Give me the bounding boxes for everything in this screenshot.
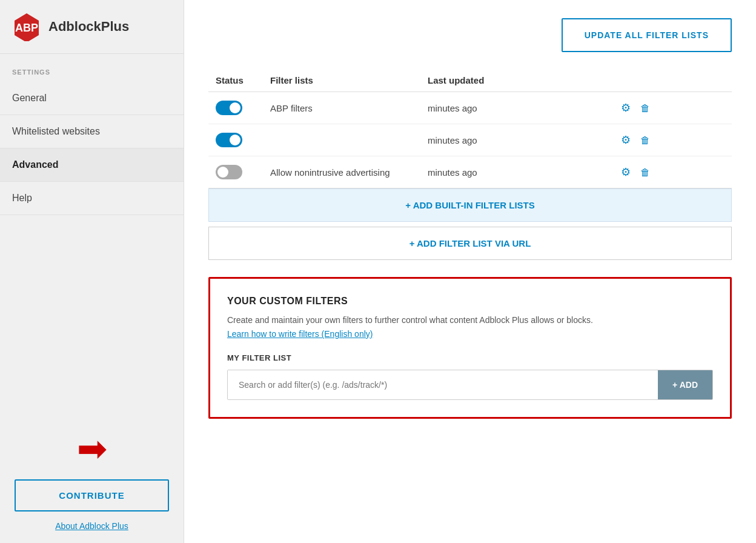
trash-icon-1[interactable] bbox=[640, 102, 650, 115]
col-header-actions bbox=[614, 69, 732, 92]
col-header-last-updated: Last updated bbox=[420, 69, 614, 92]
last-updated-cell-1: minutes ago bbox=[420, 92, 614, 124]
action-icons-2 bbox=[621, 133, 724, 147]
table-row: minutes ago bbox=[208, 124, 732, 156]
toggle-slider-3 bbox=[216, 165, 242, 179]
sidebar-item-help[interactable]: Help bbox=[0, 182, 184, 215]
gear-icon-1[interactable] bbox=[621, 101, 631, 115]
main-content: UPDATE ALL FILTER LISTS Status Filter li… bbox=[184, 0, 756, 543]
table-row: Allow nonintrusive advertising minutes a… bbox=[208, 156, 732, 188]
settings-section-label: SETTINGS bbox=[0, 54, 184, 82]
toggle-container-3 bbox=[216, 165, 256, 179]
toggle-slider-2 bbox=[216, 133, 242, 147]
table-row: ABP filters minutes ago bbox=[208, 92, 732, 124]
actions-cell-1 bbox=[614, 92, 732, 124]
arrow-indicator: ➡ bbox=[0, 419, 184, 473]
logo-area: ABP AdblockPlus bbox=[0, 0, 184, 54]
toggle-cell-1 bbox=[208, 92, 263, 124]
filter-name-cell-1: ABP filters bbox=[263, 92, 420, 124]
add-filter-button[interactable]: + ADD bbox=[658, 370, 712, 399]
toggle-1[interactable] bbox=[216, 101, 242, 115]
gear-icon-2[interactable] bbox=[621, 133, 631, 147]
right-arrow-icon: ➡ bbox=[77, 431, 107, 467]
gear-icon-3[interactable] bbox=[621, 165, 631, 179]
trash-icon-2[interactable] bbox=[640, 134, 650, 147]
toggle-3[interactable] bbox=[216, 165, 242, 179]
add-builtin-row: + ADD BUILT-IN FILTER LISTS bbox=[208, 188, 732, 222]
sidebar-item-advanced[interactable]: Advanced bbox=[0, 148, 184, 182]
toggle-container-1 bbox=[216, 101, 256, 115]
custom-filters-description: Create and maintain your own filters to … bbox=[227, 314, 713, 327]
add-url-row: + ADD FILTER LIST VIA URL bbox=[208, 222, 732, 260]
app-name: AdblockPlus bbox=[48, 19, 129, 35]
sidebar: ABP AdblockPlus SETTINGS General Whiteli… bbox=[0, 0, 184, 543]
update-btn-row: UPDATE ALL FILTER LISTS bbox=[208, 18, 732, 52]
add-builtin-filter-lists-button[interactable]: + ADD BUILT-IN FILTER LISTS bbox=[208, 188, 732, 222]
last-updated-cell-3: minutes ago bbox=[420, 156, 614, 188]
toggle-cell-3 bbox=[208, 156, 263, 188]
sidebar-item-general[interactable]: General bbox=[0, 82, 184, 115]
svg-text:ABP: ABP bbox=[15, 22, 38, 34]
action-icons-1 bbox=[621, 101, 724, 115]
last-updated-cell-2: minutes ago bbox=[420, 124, 614, 156]
about-link[interactable]: About Adblock Plus bbox=[0, 521, 184, 543]
filter-input-row: + ADD bbox=[227, 370, 713, 400]
actions-cell-3 bbox=[614, 156, 732, 188]
trash-icon-3[interactable] bbox=[640, 166, 650, 179]
filter-name-cell-3: Allow nonintrusive advertising bbox=[263, 156, 420, 188]
action-icons-3 bbox=[621, 165, 724, 179]
toggle-slider-1 bbox=[216, 101, 242, 115]
search-add-filter-input[interactable] bbox=[228, 370, 658, 399]
col-header-filter-lists: Filter lists bbox=[263, 69, 420, 92]
add-url-filter-list-button[interactable]: + ADD FILTER LIST VIA URL bbox=[208, 227, 732, 260]
toggle-2[interactable] bbox=[216, 133, 242, 147]
actions-cell-2 bbox=[614, 124, 732, 156]
update-all-filter-lists-button[interactable]: UPDATE ALL FILTER LISTS bbox=[562, 18, 732, 52]
custom-filters-title: YOUR CUSTOM FILTERS bbox=[227, 296, 713, 307]
contribute-button[interactable]: CONTRIBUTE bbox=[15, 479, 169, 511]
toggle-container-2 bbox=[216, 133, 256, 147]
sidebar-item-whitelisted[interactable]: Whitelisted websites bbox=[0, 115, 184, 148]
custom-filters-link[interactable]: Learn how to write filters (English only… bbox=[227, 329, 713, 339]
my-filter-list-label: MY FILTER LIST bbox=[227, 353, 713, 362]
filter-name-cell-2 bbox=[263, 124, 420, 156]
custom-filters-section: YOUR CUSTOM FILTERS Create and maintain … bbox=[208, 277, 732, 419]
toggle-cell-2 bbox=[208, 124, 263, 156]
col-header-status: Status bbox=[208, 69, 263, 92]
abp-logo-icon: ABP bbox=[12, 12, 41, 41]
filter-lists-table: Status Filter lists Last updated ABP fil bbox=[208, 69, 732, 188]
